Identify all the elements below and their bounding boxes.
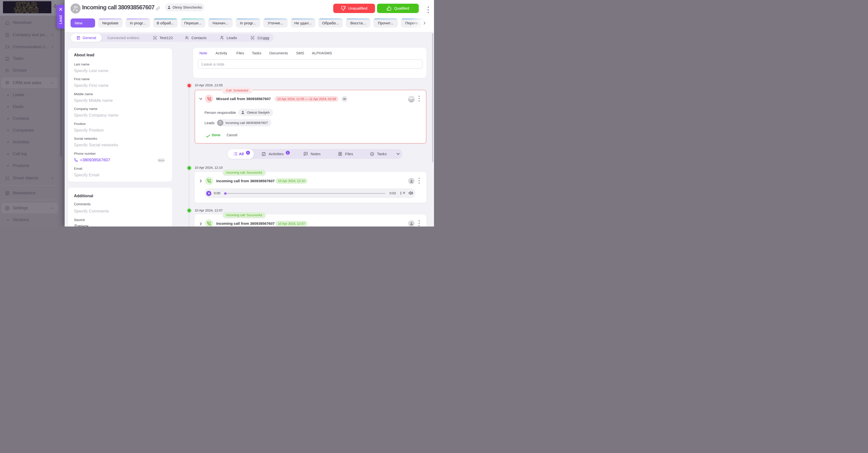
svg-text:WARS: WARS bbox=[14, 6, 39, 13]
